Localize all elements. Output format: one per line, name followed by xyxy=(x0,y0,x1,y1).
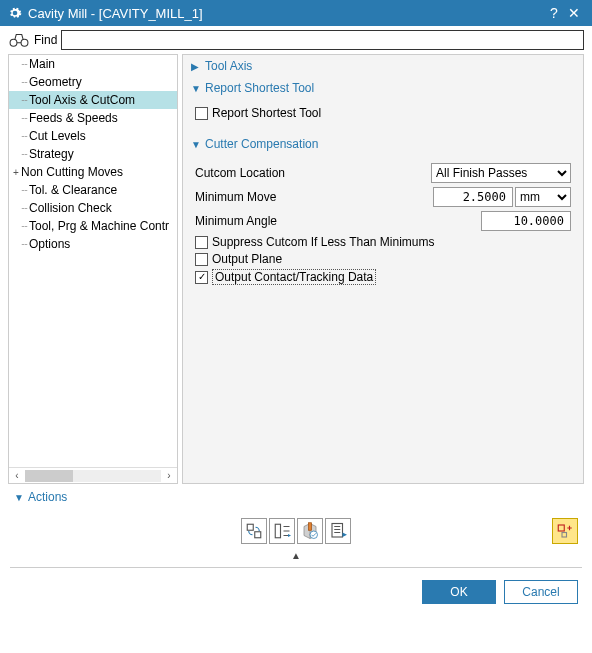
actions-toolbar xyxy=(0,510,592,548)
svg-rect-5 xyxy=(275,524,280,538)
svg-rect-12 xyxy=(562,533,567,538)
gear-icon xyxy=(8,6,22,20)
tree-item[interactable]: ····Feeds & Speeds xyxy=(9,109,177,127)
dialog-buttons: OK Cancel xyxy=(0,572,592,612)
chevron-down-icon: ▼ xyxy=(191,139,203,150)
svg-rect-11 xyxy=(558,525,564,531)
svg-rect-4 xyxy=(255,532,261,538)
title-bar: Cavity Mill - [CAVITY_MILL_1] ? ✕ xyxy=(0,0,592,26)
tree-item[interactable]: +Non Cutting Moves xyxy=(9,163,177,181)
section-report-shortest-tool[interactable]: ▼ Report Shortest Tool xyxy=(183,77,583,99)
find-bar: Find xyxy=(0,26,592,54)
action-verify-button[interactable] xyxy=(297,518,323,544)
chevron-down-icon: ▼ xyxy=(191,83,203,94)
scroll-right-icon[interactable]: › xyxy=(163,470,175,481)
report-shortest-tool-checkbox[interactable]: Report Shortest Tool xyxy=(195,106,571,120)
tree-item[interactable]: ····Geometry xyxy=(9,73,177,91)
collapse-handle[interactable]: ▲ xyxy=(0,548,592,563)
tree-item[interactable]: ····Options xyxy=(9,235,177,253)
suppress-cutcom-checkbox[interactable]: Suppress Cutcom If Less Than Minimums xyxy=(195,235,571,249)
action-generate-button[interactable] xyxy=(241,518,267,544)
action-replay-button[interactable] xyxy=(269,518,295,544)
find-label: Find xyxy=(34,33,57,47)
minimum-angle-input[interactable] xyxy=(481,211,571,231)
action-list-button[interactable] xyxy=(325,518,351,544)
svg-point-1 xyxy=(21,39,28,46)
section-tool-axis[interactable]: ▶ Tool Axis xyxy=(183,55,583,77)
output-contact-tracking-checkbox[interactable]: Output Contact/Tracking Data xyxy=(195,269,571,285)
chevron-down-icon: ▼ xyxy=(14,492,26,503)
section-actions[interactable]: ▼ Actions xyxy=(0,484,592,510)
nav-tree: ····Main····Geometry····Tool Axis & CutC… xyxy=(8,54,178,484)
tree-item[interactable]: ····Tol. & Clearance xyxy=(9,181,177,199)
svg-marker-10 xyxy=(343,533,348,538)
tree-item[interactable]: ····Tool Axis & CutCom xyxy=(9,91,177,109)
svg-rect-3 xyxy=(247,524,253,530)
svg-point-8 xyxy=(310,531,318,539)
minimum-move-label: Minimum Move xyxy=(195,190,433,204)
section-cutter-compensation[interactable]: ▼ Cutter Compensation xyxy=(183,133,583,155)
minimum-angle-label: Minimum Angle xyxy=(195,214,481,228)
output-plane-checkbox[interactable]: Output Plane xyxy=(195,252,571,266)
cancel-button[interactable]: Cancel xyxy=(504,580,578,604)
tree-item[interactable]: ····Strategy xyxy=(9,145,177,163)
section-title: Cutter Compensation xyxy=(205,137,318,151)
cutcom-location-select[interactable]: All Finish Passes xyxy=(431,163,571,183)
chevron-right-icon: ▶ xyxy=(191,61,203,72)
svg-rect-7 xyxy=(309,523,312,531)
minimum-move-input[interactable] xyxy=(433,187,513,207)
tree-item[interactable]: ····Tool, Prg & Machine Contr xyxy=(9,217,177,235)
section-title: Report Shortest Tool xyxy=(205,81,314,95)
divider xyxy=(10,567,582,568)
tree-item[interactable]: ····Cut Levels xyxy=(9,127,177,145)
tree-horizontal-scrollbar[interactable]: ‹ › xyxy=(9,467,177,483)
action-highlight-button[interactable] xyxy=(552,518,578,544)
close-button[interactable]: ✕ xyxy=(564,5,584,21)
tree-item[interactable]: ····Main xyxy=(9,55,177,73)
content-panel: ▶ Tool Axis ▼ Report Shortest Tool Repor… xyxy=(182,54,584,484)
window-title: Cavity Mill - [CAVITY_MILL_1] xyxy=(28,6,544,21)
minimum-move-unit-select[interactable]: mm xyxy=(515,187,571,207)
svg-rect-9 xyxy=(332,524,343,538)
svg-point-0 xyxy=(10,39,17,46)
help-button[interactable]: ? xyxy=(544,5,564,21)
scroll-left-icon[interactable]: ‹ xyxy=(11,470,23,481)
section-title: Actions xyxy=(28,490,67,504)
section-title: Tool Axis xyxy=(205,59,252,73)
ok-button[interactable]: OK xyxy=(422,580,496,604)
binoculars-icon xyxy=(8,31,30,49)
find-input[interactable] xyxy=(61,30,584,50)
cutcom-location-label: Cutcom Location xyxy=(195,166,431,180)
svg-marker-6 xyxy=(288,534,291,537)
tree-item[interactable]: ····Collision Check xyxy=(9,199,177,217)
